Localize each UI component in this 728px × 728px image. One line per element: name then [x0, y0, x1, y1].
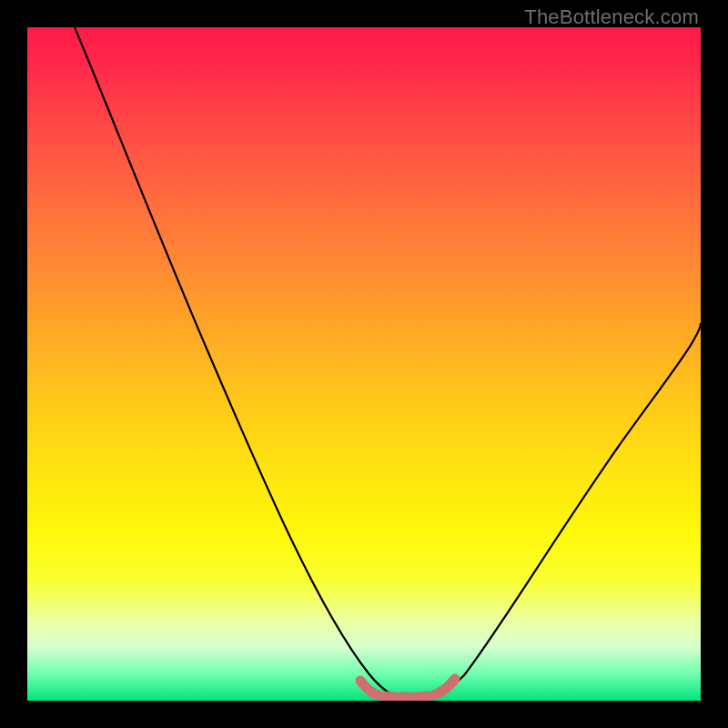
bottleneck-curve [75, 27, 701, 699]
chart-container: TheBottleneck.com [0, 0, 728, 728]
plot-area [27, 27, 701, 701]
curve-overlay [27, 27, 701, 701]
watermark-text: TheBottleneck.com [524, 5, 699, 29]
